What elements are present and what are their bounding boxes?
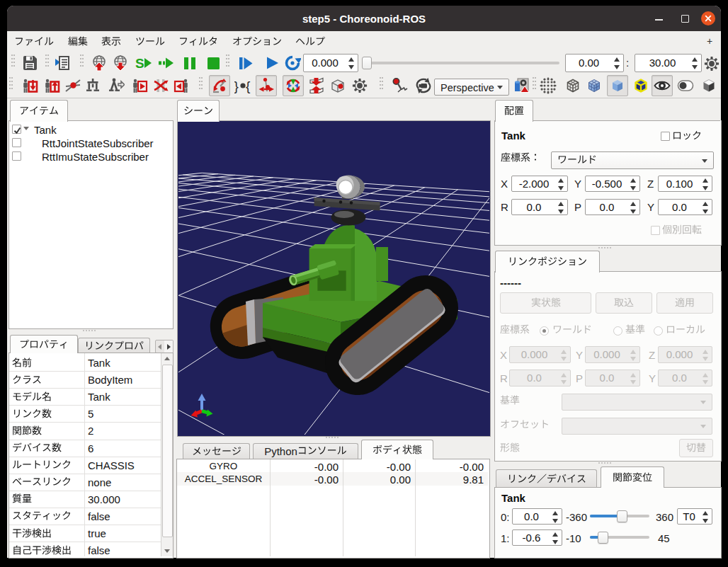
svg-text:S: S (135, 56, 144, 71)
svg-text:{: { (246, 79, 251, 93)
svg-text:}: } (234, 79, 239, 93)
